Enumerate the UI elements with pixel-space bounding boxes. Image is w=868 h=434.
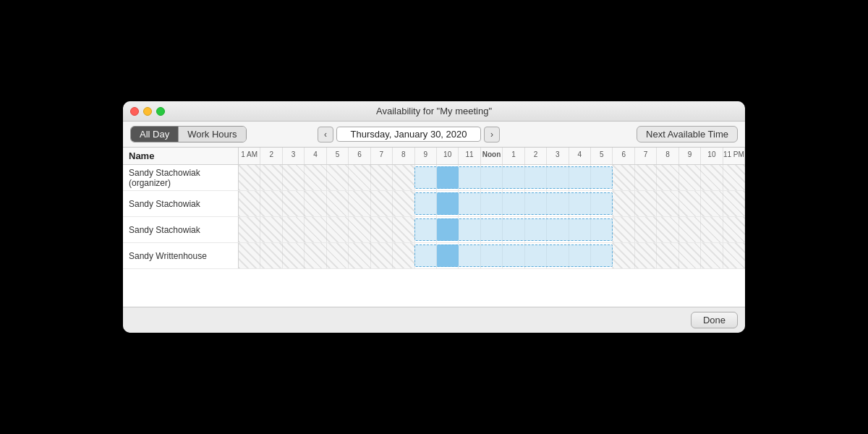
time-label-7pm: 7 [635,148,657,164]
time-selection-block[interactable] [437,244,459,267]
time-label-5: 5 [327,148,349,164]
next-date-button[interactable]: › [484,127,500,142]
prev-date-button[interactable]: ‹ [318,127,333,142]
non-work-hours-left [239,243,414,268]
grid-body: Sandy Stachowiak (organizer) Sandy Stach… [123,165,745,307]
table-row: Sandy Writtenhouse [123,243,745,269]
non-work-hours-right [613,191,745,216]
time-selection-block[interactable] [437,192,459,215]
time-header: 1 AM 2 3 4 5 6 7 8 9 10 11 Noon 1 2 3 4 … [239,148,745,164]
time-label-4: 4 [305,148,326,164]
time-label-1pm: 1 [503,148,524,164]
time-label-noon: Noon [481,148,503,164]
time-label-11: 11 [459,148,480,164]
grid-header: Name 1 AM 2 3 4 5 6 7 8 9 10 11 Noon 1 2… [123,148,745,165]
table-row: Sandy Stachowiak [123,217,745,243]
time-label-4pm: 4 [569,148,591,164]
time-selection-block[interactable] [437,218,459,241]
time-label-9pm: 9 [679,148,701,164]
time-cells-3 [239,217,745,242]
time-label-6pm: 6 [613,148,634,164]
zoom-button[interactable] [156,107,165,116]
date-navigation: ‹ Thursday, January 30, 2020 › [318,127,500,142]
non-work-hours-right [613,217,745,242]
time-selection-block[interactable] [437,166,459,189]
table-row: Sandy Stachowiak (organizer) [123,165,745,191]
name-cell-organizer: Sandy Stachowiak (organizer) [123,165,239,190]
window-title: Availability for "My meeting" [376,106,492,116]
time-label-8pm: 8 [657,148,678,164]
time-label-10: 10 [437,148,459,164]
all-day-button[interactable]: All Day [131,127,179,142]
time-label-10pm: 10 [701,148,723,164]
time-label-11pm: 11 PM [723,148,745,164]
non-work-hours-right [613,165,745,190]
time-cells-2 [239,191,745,216]
table-row: Sandy Stachowiak [123,191,745,217]
minimize-button[interactable] [143,107,152,116]
name-column-header: Name [123,148,239,164]
toolbar: All Day Work Hours ‹ Thursday, January 3… [123,122,745,148]
name-cell-4: Sandy Writtenhouse [123,243,239,268]
time-label-3: 3 [283,148,305,164]
time-label-2pm: 2 [525,148,547,164]
next-available-button[interactable]: Next Available Time [637,126,738,142]
time-label-9: 9 [415,148,437,164]
non-work-hours-left [239,217,414,242]
time-label-5pm: 5 [591,148,613,164]
time-label-2: 2 [260,148,282,164]
time-cells-organizer [239,165,745,190]
titlebar: Availability for "My meeting" [123,101,745,122]
time-label-1am: 1 AM [239,148,260,164]
view-segment-control: All Day Work Hours [130,126,247,142]
name-cell-2: Sandy Stachowiak [123,191,239,216]
time-cells-4 [239,243,745,268]
availability-grid: Name 1 AM 2 3 4 5 6 7 8 9 10 11 Noon 1 2… [123,148,745,307]
work-hours-button[interactable]: Work Hours [179,127,245,142]
time-label-7: 7 [371,148,393,164]
close-button[interactable] [130,107,139,116]
footer: Done [123,307,745,333]
non-work-hours-left [239,165,414,190]
time-label-8: 8 [393,148,414,164]
non-work-hours-left [239,191,414,216]
time-label-6: 6 [349,148,370,164]
non-work-hours-right [613,243,745,268]
main-window: Availability for "My meeting" All Day Wo… [123,101,745,333]
traffic-lights [130,107,165,116]
time-label-3pm: 3 [547,148,569,164]
current-date: Thursday, January 30, 2020 [336,127,481,142]
name-cell-3: Sandy Stachowiak [123,217,239,242]
done-button[interactable]: Done [691,312,738,328]
